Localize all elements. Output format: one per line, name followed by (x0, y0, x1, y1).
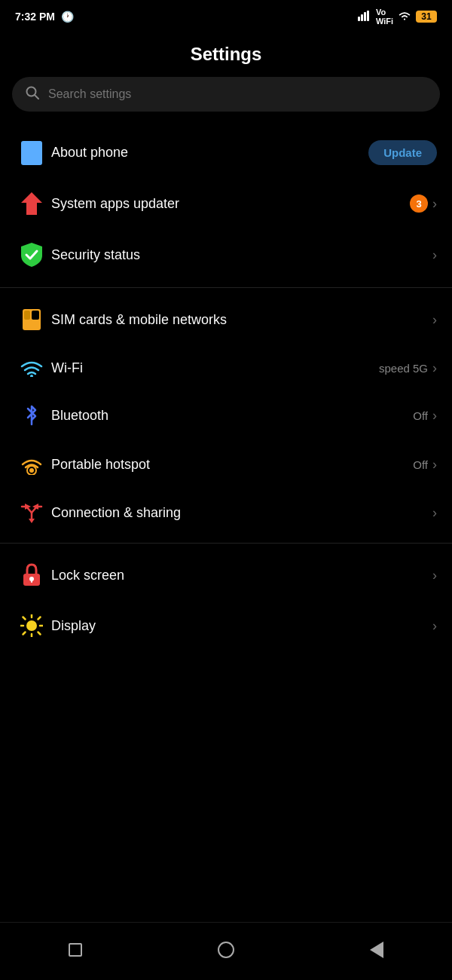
about-phone-label: About phone (51, 145, 368, 161)
svg-point-19 (26, 620, 37, 631)
about-phone-right: Update (368, 140, 437, 165)
wifi-status-icon (398, 11, 411, 23)
settings-item-wifi[interactable]: Wi-Fi speed 5G › (0, 345, 452, 390)
section-device: Lock screen › Display › (0, 550, 452, 651)
search-bar[interactable] (12, 77, 440, 112)
connection-label: Connection & sharing (51, 505, 432, 521)
svg-line-5 (35, 95, 38, 99)
svg-point-10 (30, 375, 33, 377)
settings-item-sim[interactable]: SIM cards & mobile networks › (0, 294, 452, 345)
security-status-label: Security status (51, 247, 432, 263)
chevron-icon: › (432, 568, 437, 583)
vowifi-icon: VoWiFi (376, 8, 393, 26)
svg-rect-18 (31, 579, 32, 583)
hotspot-label: Portable hotspot (51, 457, 413, 473)
status-left: 7:32 PM 🕐 (15, 11, 74, 23)
hotspot-icon (15, 454, 48, 475)
display-right: › (432, 618, 437, 634)
svg-rect-8 (32, 311, 39, 320)
search-icon (26, 86, 39, 103)
chevron-icon: › (432, 618, 437, 634)
svg-rect-1 (361, 14, 363, 21)
svg-rect-2 (364, 12, 366, 21)
battery-icon: 31 (416, 11, 437, 23)
display-icon (15, 614, 48, 637)
back-button[interactable] (362, 935, 392, 965)
alarm-icon: 🕐 (61, 11, 74, 23)
svg-line-24 (23, 617, 26, 620)
connection-icon (15, 502, 48, 523)
svg-point-11 (29, 468, 34, 473)
chevron-icon: › (432, 408, 437, 424)
page-title: Settings (0, 30, 452, 77)
chevron-icon: › (432, 196, 437, 212)
settings-item-bluetooth[interactable]: Bluetooth Off › (0, 390, 452, 440)
sim-icon (15, 308, 48, 332)
section-system: About phone Update System apps updater 3… (0, 127, 452, 281)
lock-screen-right: › (432, 568, 437, 583)
home-icon (218, 942, 234, 958)
svg-rect-0 (358, 17, 360, 21)
sim-right: › (432, 312, 437, 328)
chevron-icon: › (432, 312, 437, 328)
system-apps-label: System apps updater (51, 196, 410, 212)
svg-marker-6 (21, 192, 42, 215)
chevron-icon: › (432, 457, 437, 473)
settings-item-connection[interactable]: Connection & sharing › (0, 488, 452, 537)
settings-item-system-apps[interactable]: System apps updater 3 › (0, 179, 452, 228)
display-label: Display (51, 618, 432, 634)
time-display: 7:32 PM (15, 11, 55, 23)
chevron-icon: › (432, 505, 437, 521)
settings-item-security-status[interactable]: Security status › (0, 228, 452, 281)
phone-icon (15, 141, 48, 165)
recents-button[interactable] (60, 935, 90, 965)
divider-2 (0, 543, 452, 544)
back-icon (370, 942, 383, 958)
sim-label: SIM cards & mobile networks (51, 312, 432, 328)
section-connectivity: SIM cards & mobile networks › Wi-Fi spee… (0, 294, 452, 537)
security-status-right: › (432, 247, 437, 263)
connection-right: › (432, 505, 437, 521)
update-button[interactable]: Update (368, 140, 437, 165)
status-bar: 7:32 PM 🕐 VoWiFi 31 (0, 0, 452, 30)
bluetooth-label: Bluetooth (51, 408, 413, 424)
wifi-right: speed 5G › (379, 360, 437, 376)
divider-1 (0, 287, 452, 288)
hotspot-right: Off › (413, 457, 437, 473)
settings-item-hotspot[interactable]: Portable hotspot Off › (0, 440, 452, 488)
chevron-icon: › (432, 247, 437, 263)
search-input[interactable] (48, 87, 426, 101)
lock-screen-label: Lock screen (51, 568, 432, 583)
svg-rect-9 (24, 311, 30, 320)
bottom-navigation (0, 922, 452, 980)
chevron-icon: › (432, 360, 437, 376)
bluetooth-status-text: Off (413, 409, 428, 422)
bluetooth-right: Off › (413, 408, 437, 424)
settings-item-lock-screen[interactable]: Lock screen › (0, 550, 452, 601)
signal-icon (358, 11, 371, 23)
svg-line-26 (38, 617, 41, 620)
shield-icon (15, 242, 48, 268)
recents-icon (69, 943, 82, 957)
system-apps-right: 3 › (410, 194, 437, 213)
wifi-icon (15, 359, 48, 377)
home-button[interactable] (211, 935, 241, 965)
system-apps-badge: 3 (410, 194, 428, 213)
lock-icon (15, 563, 48, 587)
wifi-status-text: speed 5G (379, 362, 428, 375)
settings-item-about-phone[interactable]: About phone Update (0, 127, 452, 179)
arrow-up-icon (15, 192, 48, 215)
status-right: VoWiFi 31 (358, 8, 437, 26)
settings-item-display[interactable]: Display › (0, 601, 452, 651)
svg-line-25 (38, 632, 41, 635)
hotspot-status-text: Off (413, 458, 428, 471)
svg-line-27 (23, 632, 26, 635)
bluetooth-icon (15, 404, 48, 427)
svg-rect-3 (367, 11, 369, 21)
wifi-label: Wi-Fi (51, 360, 379, 376)
svg-marker-15 (29, 519, 35, 523)
